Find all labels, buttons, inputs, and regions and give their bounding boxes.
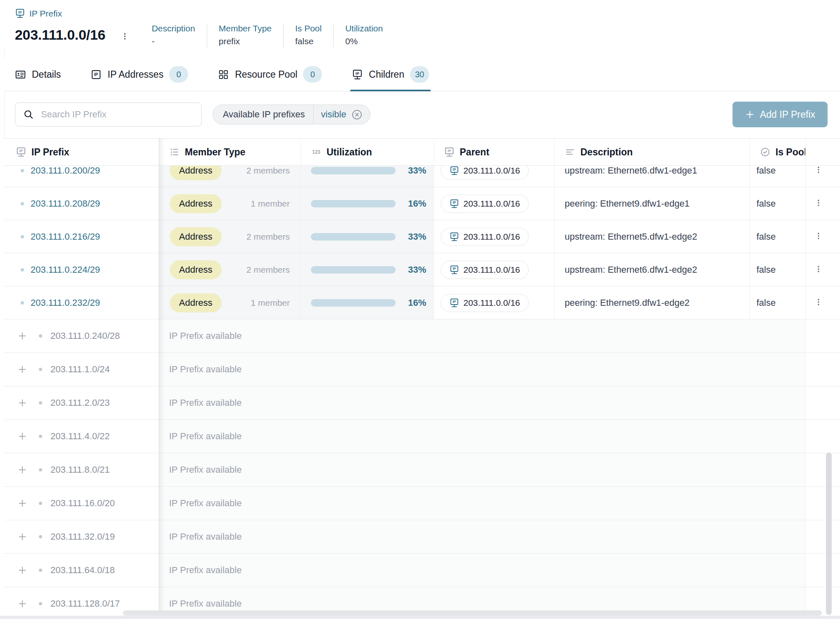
- table-row: 203.111.0.232/29 Address 1 member 16% 20…: [4, 286, 840, 319]
- actions-cell: [805, 420, 840, 453]
- bottom-scrollbar-track: [0, 616, 840, 619]
- utilization-bar: [311, 200, 396, 207]
- breadcrumb[interactable]: IP Prefix: [15, 8, 840, 19]
- member-type-badge: Address: [170, 293, 222, 312]
- row-menu-button[interactable]: [812, 229, 825, 244]
- summary-is-pool: Is Pool false: [284, 24, 333, 48]
- parent-prefix-label: 203.111.0.0/16: [463, 298, 520, 308]
- description-cell: peering: Ethernet9.dfw1-edge2: [554, 286, 749, 319]
- member-type-cell: Address 1 member: [159, 187, 301, 220]
- filter-chip-value: visible: [321, 109, 346, 120]
- available-prefix-label: 203.111.0.240/28: [50, 331, 120, 341]
- ip-prefix-cell: 203.111.1.0/24: [4, 353, 159, 386]
- grid-icon: [218, 69, 229, 80]
- member-count: 2 members: [246, 232, 290, 242]
- row-menu-button[interactable]: [812, 295, 825, 310]
- available-note-cell: IP Prefix available: [159, 386, 805, 419]
- column-header-utilization[interactable]: Utilization: [301, 139, 434, 165]
- ip-prefix-link[interactable]: 203.111.0.200/29: [31, 165, 100, 176]
- close-circle-icon[interactable]: [351, 109, 363, 120]
- tab-ip-addresses[interactable]: IP Addresses 0: [91, 58, 188, 91]
- add-prefix-plus-icon[interactable]: [17, 465, 27, 475]
- column-header-member-type[interactable]: Member Type: [159, 139, 301, 165]
- ip-network-icon: [449, 232, 459, 242]
- ip-network-icon: [449, 298, 459, 308]
- ip-address-icon: [91, 69, 102, 80]
- parent-prefix-chip[interactable]: 203.111.0.0/16: [441, 261, 529, 279]
- member-count: 2 members: [246, 166, 290, 176]
- ip-prefix-cell: 203.111.0.216/29: [4, 220, 159, 253]
- tab-bar: Details IP Addresses 0 Resource Pool 0 C…: [4, 58, 840, 91]
- tab-badge: 30: [410, 66, 429, 83]
- available-prefix-row: 203.111.1.0/24 IP Prefix available: [4, 353, 840, 386]
- summary-member-type: Member Type prefix: [207, 24, 283, 48]
- utilization-cell: 16%: [301, 187, 434, 220]
- add-prefix-plus-icon[interactable]: [17, 498, 27, 508]
- actions-cell: [805, 253, 840, 286]
- tab-details[interactable]: Details: [15, 58, 61, 91]
- add-prefix-plus-icon[interactable]: [17, 431, 27, 441]
- add-prefix-plus-icon[interactable]: [17, 398, 27, 408]
- add-prefix-plus-icon[interactable]: [17, 532, 27, 542]
- available-note-cell: IP Prefix available: [159, 487, 805, 520]
- available-prefix-label: 203.111.32.0/19: [50, 531, 115, 542]
- add-prefix-plus-icon[interactable]: [17, 364, 27, 374]
- available-prefix-row: 203.111.2.0/23 IP Prefix available: [4, 386, 840, 420]
- horizontal-scrollbar[interactable]: [123, 610, 822, 616]
- column-header-description[interactable]: Description: [554, 139, 749, 165]
- filter-chip-available-prefixes[interactable]: Available IP prefixes visible: [212, 105, 370, 124]
- kebab-icon: [814, 264, 823, 274]
- available-note-cell: IP Prefix available: [159, 353, 805, 386]
- column-header-is-pool[interactable]: Is Pool: [749, 139, 805, 165]
- add-prefix-plus-icon[interactable]: [17, 599, 27, 609]
- tab-resource-pool[interactable]: Resource Pool 0: [218, 58, 322, 91]
- summary-description: Description -: [152, 24, 207, 48]
- status-bullet-icon: [21, 268, 24, 271]
- ip-prefix-link[interactable]: 203.111.0.224/29: [31, 264, 100, 275]
- available-prefix-label: 203.111.1.0/24: [50, 364, 110, 375]
- filter-chip-label: Available IP prefixes: [213, 105, 313, 124]
- actions-cell: [805, 520, 840, 553]
- search-input[interactable]: [15, 102, 202, 126]
- actions-cell: [805, 220, 840, 253]
- actions-cell: [805, 554, 840, 587]
- numeric-123-icon: [311, 147, 322, 157]
- table-row: 203.111.0.216/29 Address 2 members 33% 2…: [4, 220, 840, 253]
- breadcrumb-label[interactable]: IP Prefix: [29, 9, 62, 19]
- parent-prefix-chip[interactable]: 203.111.0.0/16: [441, 195, 529, 213]
- row-menu-button[interactable]: [812, 262, 825, 277]
- vertical-scrollbar-thumb[interactable]: [826, 452, 832, 615]
- ip-prefix-link[interactable]: 203.111.0.232/29: [31, 298, 100, 308]
- ip-prefix-cell: 203.111.0.224/29: [4, 253, 159, 286]
- title-menu-button[interactable]: [118, 29, 132, 45]
- row-menu-button[interactable]: [812, 196, 825, 211]
- tab-children[interactable]: Children 30: [352, 58, 429, 91]
- available-prefix-row: 203.111.0.240/28 IP Prefix available: [4, 319, 840, 353]
- is-pool-cell: false: [749, 187, 805, 220]
- add-prefix-plus-icon[interactable]: [17, 331, 27, 341]
- add-prefix-plus-icon[interactable]: [17, 565, 27, 575]
- ip-prefix-link[interactable]: 203.111.0.208/29: [31, 198, 100, 209]
- parent-cell: 203.111.0.0/16: [434, 220, 554, 253]
- column-header-actions: [805, 139, 840, 165]
- member-count: 1 member: [251, 199, 290, 209]
- available-prefix-row: 203.111.64.0/18 IP Prefix available: [4, 554, 840, 587]
- parent-prefix-chip[interactable]: 203.111.0.0/16: [441, 294, 529, 312]
- status-bullet-icon: [21, 169, 24, 172]
- parent-prefix-chip[interactable]: 203.111.0.0/16: [441, 228, 529, 246]
- column-header-ip-prefix[interactable]: IP Prefix: [4, 139, 159, 165]
- available-prefix-row: 203.111.16.0/20 IP Prefix available: [4, 487, 840, 520]
- add-ip-prefix-button[interactable]: Add IP Prefix: [733, 102, 828, 127]
- available-prefix-label: 203.111.8.0/21: [50, 464, 110, 475]
- status-bullet-icon: [39, 502, 42, 505]
- column-header-parent[interactable]: Parent: [434, 139, 554, 165]
- ip-network-icon: [449, 265, 459, 275]
- table-body: 203.111.0.200/29 Address 2 members 33% 2…: [4, 154, 840, 619]
- actions-cell: [805, 187, 840, 220]
- status-bullet-icon: [21, 235, 24, 238]
- available-prefix-row: 203.111.8.0/21 IP Prefix available: [4, 453, 840, 487]
- status-bullet-icon: [39, 368, 42, 371]
- ip-prefix-cell: 203.111.8.0/21: [4, 453, 159, 486]
- ip-prefix-link[interactable]: 203.111.0.216/29: [31, 231, 100, 242]
- parent-cell: 203.111.0.0/16: [434, 286, 554, 319]
